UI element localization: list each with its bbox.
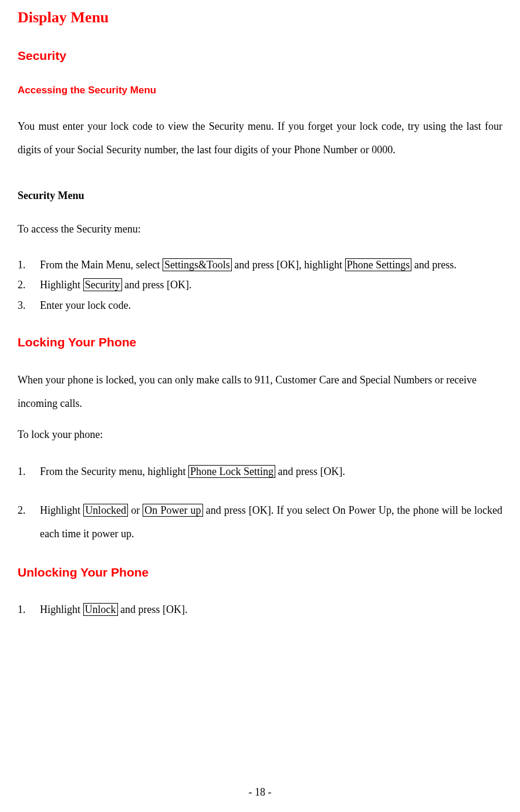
menu-option-box: Phone Settings	[345, 258, 412, 271]
security-menu-heading: Security Menu	[18, 188, 502, 204]
list-item: 1. From the Main Menu, select Settings&T…	[18, 255, 502, 275]
step-text: From the Security menu, highlight	[40, 466, 188, 477]
step-number: 2.	[18, 275, 26, 295]
locking-phone-intro: To lock your phone:	[18, 427, 502, 443]
step-number: 1.	[18, 599, 26, 619]
list-item: 1. From the Security menu, highlight Pho…	[18, 460, 502, 484]
step-number: 3.	[18, 295, 26, 315]
menu-option-box: Unlock	[83, 603, 118, 616]
step-text: and press.	[411, 259, 456, 271]
page-number: - 18 -	[0, 784, 520, 800]
page-title: Display Menu	[18, 6, 502, 29]
step-text: Highlight	[40, 279, 83, 291]
security-menu-intro: To access the Security menu:	[18, 221, 502, 237]
locking-phone-steps: 1. From the Security menu, highlight Pho…	[18, 460, 502, 545]
menu-option-box: Phone Lock Setting	[188, 465, 275, 478]
step-text: From the Main Menu, select	[40, 259, 163, 271]
menu-option-box: Unlocked	[83, 504, 128, 517]
menu-option-box: Security	[83, 278, 122, 291]
menu-option-box: On Power up	[143, 504, 202, 517]
step-text: Highlight	[40, 504, 83, 516]
list-item: 1. Highlight Unlock and press [OK].	[18, 599, 502, 619]
security-menu-steps: 1. From the Main Menu, select Settings&T…	[18, 255, 502, 315]
list-item: 2. Highlight Security and press [OK].	[18, 275, 502, 295]
step-text: and press [OK].	[275, 466, 345, 477]
security-heading: Security	[18, 46, 502, 65]
locking-phone-paragraph: When your phone is locked, you can only …	[18, 369, 502, 415]
step-number: 2.	[18, 499, 26, 523]
unlocking-phone-heading: Unlocking Your Phone	[18, 563, 502, 582]
locking-phone-heading: Locking Your Phone	[18, 333, 502, 352]
step-number: 1.	[18, 460, 26, 484]
step-text: and press [OK].	[122, 279, 192, 291]
step-text: Enter your lock code.	[40, 299, 131, 311]
step-text: and press [OK], highlight	[232, 259, 345, 271]
list-item: 3. Enter your lock code.	[18, 295, 502, 315]
list-item: 2. Highlight Unlocked or On Power up and…	[18, 499, 502, 545]
step-text: Highlight	[40, 604, 83, 615]
menu-option-box: Settings&Tools	[163, 258, 232, 271]
step-text: and press [OK].	[118, 604, 188, 615]
accessing-security-heading: Accessing the Security Menu	[18, 83, 502, 98]
step-number: 1.	[18, 255, 26, 275]
step-text: or	[128, 504, 143, 516]
accessing-security-paragraph: You must enter your lock code to view th…	[18, 115, 502, 161]
unlocking-phone-steps: 1. Highlight Unlock and press [OK].	[18, 599, 502, 619]
